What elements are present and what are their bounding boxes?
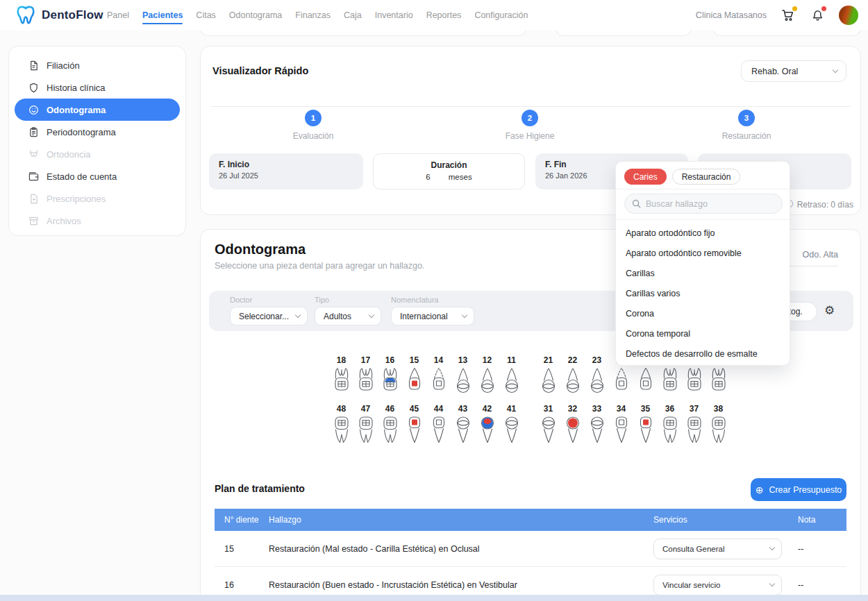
step-restauracion: 3Restauración	[705, 110, 788, 141]
gear-icon[interactable]: ⚙	[824, 303, 835, 319]
tooth-21[interactable]: 21	[536, 355, 560, 398]
tooth-13[interactable]: 13	[451, 355, 475, 398]
tooth-14[interactable]: 14	[426, 355, 451, 398]
sidebar-item-label: Filiación	[47, 60, 80, 71]
nav-item-panel[interactable]: Panel	[106, 1, 131, 29]
tooth-glyph	[588, 366, 606, 396]
type-filter-label: Tipo	[315, 296, 381, 304]
tooth-33[interactable]: 33	[585, 404, 609, 447]
archive-icon	[28, 216, 39, 226]
type-select[interactable]: Adultos	[315, 307, 381, 325]
tooth-15[interactable]: 15	[402, 355, 426, 398]
nomenclature-select[interactable]: Internacional	[391, 307, 474, 325]
odontogram-title: Odontograma	[215, 242, 306, 257]
service-select-value: Consulta General	[662, 545, 725, 553]
sidebar-item-filiacion[interactable]: Filiación	[15, 54, 180, 76]
finding-item-carillas-varios[interactable]: Carillas varios	[616, 283, 790, 303]
service-select[interactable]: Vincular servicio	[653, 575, 782, 595]
phase-select[interactable]: Rehab. Oral	[741, 60, 846, 82]
tooth-glyph	[454, 366, 472, 396]
finding-popup-tabs: Caries Restauración	[624, 169, 740, 185]
tooth-48[interactable]: 48	[329, 404, 353, 447]
chevron-down-icon	[833, 67, 838, 73]
sidebar-item-archivos: Archivos	[15, 210, 180, 232]
tooth-35[interactable]: 35	[633, 404, 658, 447]
tooth-18[interactable]: 18	[329, 355, 353, 398]
user-avatar[interactable]	[839, 6, 858, 25]
tab-caries[interactable]: Caries	[624, 169, 667, 185]
wallet-icon	[28, 171, 39, 182]
tooth-36[interactable]: 36	[658, 404, 682, 447]
row-note: --	[792, 580, 846, 590]
nav-item-caja[interactable]: Caja	[342, 1, 363, 29]
tooth-11[interactable]: 11	[499, 355, 524, 398]
finding-item-carillas[interactable]: Carillas	[616, 263, 790, 283]
duration-value[interactable]: 6	[426, 173, 430, 181]
tooth-47[interactable]: 47	[353, 404, 378, 447]
tooth-number: 48	[329, 404, 353, 414]
tooth-45[interactable]: 45	[402, 404, 426, 447]
cart-button[interactable]	[781, 8, 796, 23]
finding-search-input[interactable]	[646, 199, 775, 209]
tooth-41[interactable]: 41	[499, 404, 524, 447]
divider	[616, 189, 790, 189]
step-circle[interactable]: 3	[738, 110, 755, 126]
top-navbar: DentoFlow PanelPacientesCitasOdontograma…	[0, 0, 868, 31]
tooth-glyph	[685, 366, 703, 396]
create-budget-button[interactable]: ⊕ Crear Presupuesto	[751, 478, 846, 501]
tooth-glyph	[612, 415, 631, 444]
tooth-44[interactable]: 44	[426, 404, 451, 447]
tooth-glyph	[564, 366, 582, 396]
step-circle[interactable]: 1	[305, 110, 322, 126]
brand[interactable]: DentoFlow	[15, 0, 103, 31]
finding-item-defectos-de-desarrollo-de-esmalte[interactable]: Defectos de desarrollo de esmalte	[616, 344, 790, 364]
nav-item-finanzas[interactable]: Finanzas	[294, 1, 332, 29]
nav-item-pacientes[interactable]: Pacientes	[141, 1, 184, 29]
tooth-number: 21	[536, 355, 560, 365]
nomenclature-select-value: Internacional	[400, 312, 448, 321]
finding-item-aparato-ortodontico-removible[interactable]: Aparato ortodóntico removible	[616, 243, 790, 263]
tooth-37[interactable]: 37	[682, 404, 706, 447]
tooth-number: 47	[353, 404, 378, 414]
finding-item-aparato-ortodontico-fijo[interactable]: Aparato ortodóntico fijo	[616, 223, 790, 243]
step-circle[interactable]: 2	[521, 110, 538, 126]
sidebar-item-ortodoncia: Ortodoncia	[15, 143, 180, 165]
tooth-43[interactable]: 43	[451, 404, 475, 447]
tooth-16[interactable]: 16	[378, 355, 402, 398]
nav-item-reportes[interactable]: Reportes	[425, 1, 463, 29]
sidebar-item-odontograma[interactable]: Odontograma	[15, 99, 180, 121]
nav-item-inventario[interactable]: Inventario	[374, 1, 415, 29]
tooth-number: 16	[378, 355, 402, 365]
tab-restauracion[interactable]: Restauración	[672, 169, 741, 185]
sidebar-item-estado-de-cuenta[interactable]: Estado de cuenta	[15, 165, 180, 187]
braces-icon	[28, 149, 39, 160]
plus-circle-icon: ⊕	[756, 485, 764, 495]
nav-item-configuracion[interactable]: Configuración	[473, 1, 529, 29]
finding-popup: Caries Restauración Aparato ortodóntico …	[615, 161, 790, 366]
tooth-31[interactable]: 31	[536, 404, 560, 447]
sidebar-item-periodontograma[interactable]: Periodontograma	[15, 121, 180, 143]
tooth-number: 38	[706, 404, 731, 414]
doctor-select-value: Seleccionar...	[239, 312, 289, 321]
tooth-12[interactable]: 12	[475, 355, 499, 398]
finding-item-corona[interactable]: Corona	[616, 303, 790, 323]
tooth-32[interactable]: 32	[560, 404, 585, 447]
tooth-23[interactable]: 23	[585, 355, 609, 398]
tooth-34[interactable]: 34	[609, 404, 633, 447]
tooth-38[interactable]: 38	[706, 404, 731, 447]
tooth-glyph	[381, 366, 399, 396]
tooth-46[interactable]: 46	[378, 404, 402, 447]
nav-item-citas[interactable]: Citas	[194, 1, 217, 29]
tooth-22[interactable]: 22	[560, 355, 585, 398]
finding-item-corona-temporal[interactable]: Corona temporal	[616, 323, 790, 344]
tooth-42[interactable]: 42	[475, 404, 499, 447]
nav-item-odontograma[interactable]: Odontograma	[228, 1, 283, 29]
tooth-number: 41	[499, 404, 524, 414]
chevron-down-icon	[462, 312, 467, 318]
sidebar-item-historia-clinica[interactable]: Historia clínica	[15, 76, 180, 99]
tooth-17[interactable]: 17	[353, 355, 378, 398]
tab-odo-alta[interactable]: Odo. Alta	[803, 250, 838, 260]
doctor-select[interactable]: Seleccionar...	[230, 307, 308, 325]
service-select[interactable]: Consulta General	[653, 539, 782, 559]
notifications-button[interactable]	[810, 8, 825, 23]
